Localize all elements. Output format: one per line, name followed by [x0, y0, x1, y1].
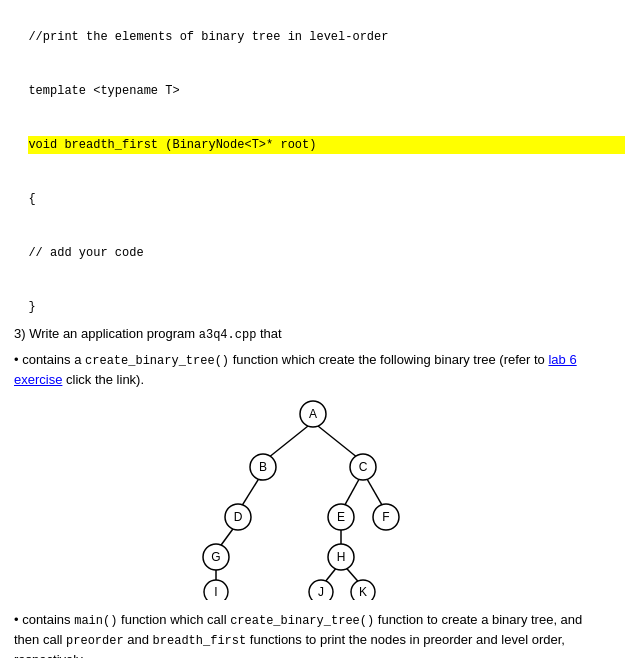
svg-text:C: C [358, 460, 367, 474]
bullet1-line: • contains a create_binary_tree() functi… [14, 350, 611, 390]
code-brace-close: } [28, 300, 35, 314]
svg-text:J: J [318, 585, 324, 599]
code-template: template <typename T> [28, 84, 179, 98]
bullet2-line: • contains main() function which call cr… [14, 610, 611, 659]
svg-text:K: K [358, 585, 366, 599]
bullet1-text: • contains a create_binary_tree() functi… [14, 350, 611, 390]
tree-svg: A B C D E F G H I J K [158, 400, 468, 600]
svg-text:B: B [258, 460, 266, 474]
code-block: //print the elements of binary tree in l… [14, 10, 611, 316]
code-brace-open: { [28, 192, 35, 206]
svg-text:A: A [308, 407, 316, 421]
bullet2-text: • contains main() function which call cr… [14, 610, 611, 659]
code-highlighted: void breadth_first (BinaryNode<T>* root) [28, 136, 625, 154]
svg-text:E: E [336, 510, 344, 524]
code-comment1: //print the elements of binary tree in l… [28, 30, 388, 44]
svg-text:D: D [233, 510, 242, 524]
svg-text:I: I [214, 585, 217, 599]
binary-tree-diagram: A B C D E F G H I J K [14, 400, 611, 600]
svg-text:H: H [336, 550, 345, 564]
q3-header: 3) Write an application program a3q4.cpp… [14, 324, 611, 344]
svg-text:G: G [211, 550, 220, 564]
svg-text:F: F [382, 510, 389, 524]
code-comment2: // add your code [28, 246, 143, 260]
